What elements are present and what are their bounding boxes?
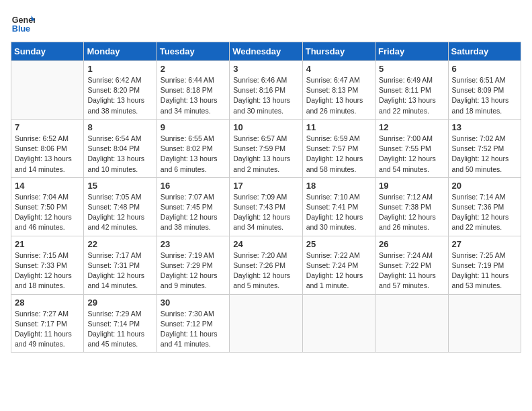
logo: General Blue [11, 11, 38, 35]
calendar-cell: 5Sunrise: 6:49 AM Sunset: 8:11 PM Daylig… [375, 61, 448, 120]
cell-info: Sunrise: 6:55 AM Sunset: 8:02 PM Dayligh… [161, 134, 226, 175]
cell-info: Sunrise: 7:24 AM Sunset: 7:22 PM Dayligh… [379, 250, 444, 291]
calendar-cell: 26Sunrise: 7:24 AM Sunset: 7:22 PM Dayli… [375, 236, 448, 294]
day-number: 6 [452, 64, 517, 74]
calendar-cell: 27Sunrise: 7:25 AM Sunset: 7:19 PM Dayli… [448, 236, 521, 294]
day-number: 17 [233, 181, 298, 191]
cell-info: Sunrise: 7:00 AM Sunset: 7:55 PM Dayligh… [379, 134, 444, 175]
calendar-cell [375, 294, 448, 353]
day-number: 21 [15, 239, 80, 249]
calendar-week-row: 7Sunrise: 6:52 AM Sunset: 8:06 PM Daylig… [11, 119, 521, 177]
calendar-cell: 12Sunrise: 7:00 AM Sunset: 7:55 PM Dayli… [375, 119, 448, 177]
day-number: 19 [379, 181, 444, 191]
cell-info: Sunrise: 7:27 AM Sunset: 7:17 PM Dayligh… [15, 309, 80, 350]
calendar-cell: 25Sunrise: 7:22 AM Sunset: 7:24 PM Dayli… [302, 236, 375, 294]
calendar-cell: 8Sunrise: 6:54 AM Sunset: 8:04 PM Daylig… [84, 119, 157, 177]
calendar-week-row: 1Sunrise: 6:42 AM Sunset: 8:20 PM Daylig… [11, 61, 521, 120]
calendar-cell: 18Sunrise: 7:10 AM Sunset: 7:41 PM Dayli… [302, 177, 375, 236]
logo-icon: General Blue [11, 11, 35, 35]
cell-info: Sunrise: 6:47 AM Sunset: 8:13 PM Dayligh… [306, 75, 371, 116]
calendar-cell: 7Sunrise: 6:52 AM Sunset: 8:06 PM Daylig… [11, 119, 84, 177]
day-header-sunday: Sunday [11, 42, 84, 61]
cell-info: Sunrise: 7:04 AM Sunset: 7:50 PM Dayligh… [15, 192, 80, 233]
day-header-saturday: Saturday [448, 42, 521, 61]
calendar-cell: 2Sunrise: 6:44 AM Sunset: 8:18 PM Daylig… [157, 61, 229, 120]
calendar-cell: 3Sunrise: 6:46 AM Sunset: 8:16 PM Daylig… [230, 61, 302, 120]
day-number: 26 [379, 239, 444, 249]
cell-info: Sunrise: 7:19 AM Sunset: 7:29 PM Dayligh… [161, 250, 226, 291]
day-header-tuesday: Tuesday [157, 42, 229, 61]
cell-info: Sunrise: 6:49 AM Sunset: 8:11 PM Dayligh… [379, 75, 444, 116]
calendar-cell: 11Sunrise: 6:59 AM Sunset: 7:57 PM Dayli… [302, 119, 375, 177]
cell-info: Sunrise: 6:46 AM Sunset: 8:16 PM Dayligh… [233, 75, 298, 116]
cell-info: Sunrise: 6:54 AM Sunset: 8:04 PM Dayligh… [87, 134, 152, 175]
day-number: 1 [87, 64, 152, 74]
day-number: 4 [306, 64, 371, 74]
calendar-cell: 13Sunrise: 7:02 AM Sunset: 7:52 PM Dayli… [448, 119, 521, 177]
day-number: 27 [452, 239, 517, 249]
calendar-cell: 16Sunrise: 7:07 AM Sunset: 7:45 PM Dayli… [157, 177, 229, 236]
cell-info: Sunrise: 7:05 AM Sunset: 7:48 PM Dayligh… [87, 192, 152, 233]
calendar-cell: 15Sunrise: 7:05 AM Sunset: 7:48 PM Dayli… [84, 177, 157, 236]
calendar-cell: 30Sunrise: 7:30 AM Sunset: 7:12 PM Dayli… [157, 294, 229, 353]
day-number: 8 [87, 122, 152, 132]
day-number: 22 [87, 239, 152, 249]
calendar-cell [448, 294, 521, 353]
day-number: 29 [87, 298, 152, 308]
cell-info: Sunrise: 7:29 AM Sunset: 7:14 PM Dayligh… [87, 309, 152, 350]
cell-info: Sunrise: 6:57 AM Sunset: 7:59 PM Dayligh… [233, 134, 298, 175]
calendar-cell [11, 61, 84, 120]
page-header: General Blue [11, 11, 521, 35]
day-number: 30 [161, 298, 226, 308]
day-number: 9 [161, 122, 226, 132]
day-number: 7 [15, 122, 80, 132]
day-number: 5 [379, 64, 444, 74]
calendar-cell: 4Sunrise: 6:47 AM Sunset: 8:13 PM Daylig… [302, 61, 375, 120]
calendar-cell: 19Sunrise: 7:12 AM Sunset: 7:38 PM Dayli… [375, 177, 448, 236]
calendar-cell: 24Sunrise: 7:20 AM Sunset: 7:26 PM Dayli… [230, 236, 302, 294]
day-number: 18 [306, 181, 371, 191]
cell-info: Sunrise: 7:02 AM Sunset: 7:52 PM Dayligh… [452, 134, 517, 175]
calendar-cell: 9Sunrise: 6:55 AM Sunset: 8:02 PM Daylig… [157, 119, 229, 177]
day-header-monday: Monday [84, 42, 157, 61]
day-number: 12 [379, 122, 444, 132]
calendar-cell: 14Sunrise: 7:04 AM Sunset: 7:50 PM Dayli… [11, 177, 84, 236]
calendar-cell: 6Sunrise: 6:51 AM Sunset: 8:09 PM Daylig… [448, 61, 521, 120]
day-number: 14 [15, 181, 80, 191]
cell-info: Sunrise: 6:59 AM Sunset: 7:57 PM Dayligh… [306, 134, 371, 175]
day-number: 24 [233, 239, 298, 249]
calendar-week-row: 14Sunrise: 7:04 AM Sunset: 7:50 PM Dayli… [11, 177, 521, 236]
cell-info: Sunrise: 7:17 AM Sunset: 7:31 PM Dayligh… [87, 250, 152, 291]
cell-info: Sunrise: 6:42 AM Sunset: 8:20 PM Dayligh… [87, 75, 152, 116]
day-number: 11 [306, 122, 371, 132]
calendar-cell: 20Sunrise: 7:14 AM Sunset: 7:36 PM Dayli… [448, 177, 521, 236]
calendar-cell: 28Sunrise: 7:27 AM Sunset: 7:17 PM Dayli… [11, 294, 84, 353]
day-number: 25 [306, 239, 371, 249]
day-number: 15 [87, 181, 152, 191]
cell-info: Sunrise: 7:30 AM Sunset: 7:12 PM Dayligh… [161, 309, 226, 350]
day-number: 2 [161, 64, 226, 74]
calendar-week-row: 28Sunrise: 7:27 AM Sunset: 7:17 PM Dayli… [11, 294, 521, 353]
cell-info: Sunrise: 7:09 AM Sunset: 7:43 PM Dayligh… [233, 192, 298, 233]
cell-info: Sunrise: 7:20 AM Sunset: 7:26 PM Dayligh… [233, 250, 298, 291]
day-number: 28 [15, 298, 80, 308]
calendar-cell: 17Sunrise: 7:09 AM Sunset: 7:43 PM Dayli… [230, 177, 302, 236]
day-number: 10 [233, 122, 298, 132]
calendar-cell: 1Sunrise: 6:42 AM Sunset: 8:20 PM Daylig… [84, 61, 157, 120]
cell-info: Sunrise: 7:10 AM Sunset: 7:41 PM Dayligh… [306, 192, 371, 233]
day-header-thursday: Thursday [302, 42, 375, 61]
day-number: 20 [452, 181, 517, 191]
calendar-cell: 29Sunrise: 7:29 AM Sunset: 7:14 PM Dayli… [84, 294, 157, 353]
cell-info: Sunrise: 6:44 AM Sunset: 8:18 PM Dayligh… [161, 75, 226, 116]
day-header-wednesday: Wednesday [230, 42, 302, 61]
day-header-friday: Friday [375, 42, 448, 61]
calendar-cell: 23Sunrise: 7:19 AM Sunset: 7:29 PM Dayli… [157, 236, 229, 294]
calendar-cell: 10Sunrise: 6:57 AM Sunset: 7:59 PM Dayli… [230, 119, 302, 177]
svg-text:Blue: Blue [12, 24, 30, 34]
calendar-cell: 21Sunrise: 7:15 AM Sunset: 7:33 PM Dayli… [11, 236, 84, 294]
cell-info: Sunrise: 6:51 AM Sunset: 8:09 PM Dayligh… [452, 75, 517, 116]
calendar-week-row: 21Sunrise: 7:15 AM Sunset: 7:33 PM Dayli… [11, 236, 521, 294]
day-number: 16 [161, 181, 226, 191]
calendar-header-row: SundayMondayTuesdayWednesdayThursdayFrid… [11, 42, 521, 61]
day-number: 3 [233, 64, 298, 74]
